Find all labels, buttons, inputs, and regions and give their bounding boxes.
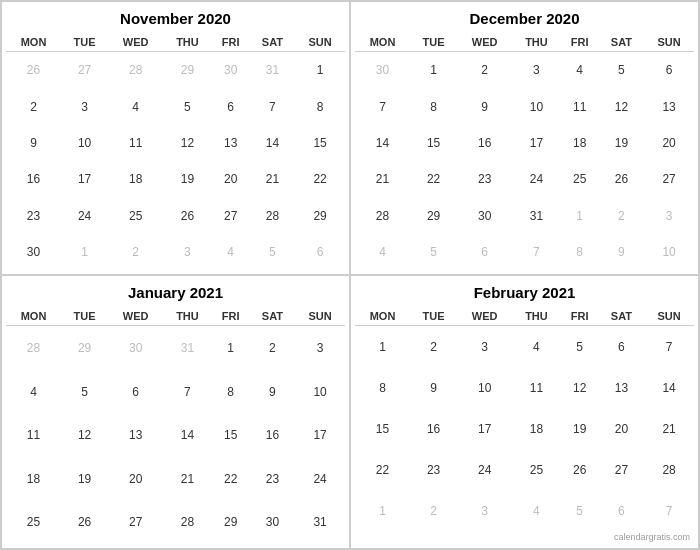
day-header: SAT: [250, 33, 295, 52]
calendar-day: 9: [599, 234, 644, 270]
calendar-day: 3: [644, 197, 694, 233]
calendar-day: 6: [212, 89, 250, 125]
calendar-day: 31: [295, 500, 345, 544]
calendar-day: 6: [599, 326, 644, 368]
calendar-feb2021: February 2021MONTUEWEDTHUFRISATSUN123456…: [350, 275, 699, 549]
calendar-day: 3: [457, 326, 512, 368]
calendar-day: 9: [250, 370, 295, 413]
calendar-dec2020: December 2020MONTUEWEDTHUFRISATSUN301234…: [350, 1, 699, 275]
calendar-day: 6: [295, 234, 345, 270]
calendar-day: 20: [108, 457, 163, 500]
calendar-day: 27: [61, 52, 108, 89]
day-header: THU: [512, 33, 560, 52]
calendar-day: 31: [250, 52, 295, 89]
calendar-day: 9: [457, 89, 512, 125]
calendar-day: 3: [61, 89, 108, 125]
calendar-day: 3: [457, 491, 512, 532]
calendar-day: 1: [561, 197, 599, 233]
calendar-day: 23: [250, 457, 295, 500]
calendar-day: 17: [512, 125, 560, 161]
calendar-day: 8: [561, 234, 599, 270]
calendar-day: 28: [355, 197, 410, 233]
day-header: TUE: [410, 33, 457, 52]
calendar-day: 26: [163, 197, 211, 233]
calendar-day: 2: [410, 491, 457, 532]
day-header: MON: [355, 33, 410, 52]
calendar-day: 21: [163, 457, 211, 500]
calendar-day: 19: [599, 125, 644, 161]
calendar-day: 25: [561, 161, 599, 197]
calendar-day: 26: [6, 52, 61, 89]
calendar-day: 22: [295, 161, 345, 197]
calendar-day: 18: [108, 161, 163, 197]
calendar-day: 20: [599, 409, 644, 450]
calendar-day: 30: [457, 197, 512, 233]
calendar-day: 15: [212, 414, 250, 457]
calendar-day: 16: [250, 414, 295, 457]
calendar-day: 25: [6, 500, 61, 544]
calendar-day: 13: [644, 89, 694, 125]
calendar-day: 29: [61, 326, 108, 371]
calendar-day: 5: [561, 491, 599, 532]
calendar-day: 16: [410, 409, 457, 450]
calendar-title-feb2021: February 2021: [355, 280, 694, 307]
calendar-day: 17: [295, 414, 345, 457]
calendar-day: 16: [457, 125, 512, 161]
calendar-day: 19: [163, 161, 211, 197]
calendar-day: 1: [410, 52, 457, 89]
calendar-day: 23: [457, 161, 512, 197]
calendar-day: 13: [212, 125, 250, 161]
calendar-day: 28: [163, 500, 211, 544]
calendar-day: 29: [212, 500, 250, 544]
calendar-day: 27: [599, 450, 644, 491]
calendar-day: 22: [355, 450, 410, 491]
calendar-day: 26: [61, 500, 108, 544]
calendar-day: 30: [250, 500, 295, 544]
day-header: WED: [457, 307, 512, 326]
calendar-title-dec2020: December 2020: [355, 6, 694, 33]
day-header: SUN: [644, 307, 694, 326]
calendar-day: 1: [355, 326, 410, 368]
calendar-day: 14: [355, 125, 410, 161]
calendar-day: 10: [457, 368, 512, 409]
calendar-day: 23: [410, 450, 457, 491]
calendar-day: 5: [561, 326, 599, 368]
day-header: WED: [457, 33, 512, 52]
calendar-day: 7: [512, 234, 560, 270]
day-header: SAT: [599, 307, 644, 326]
day-header: SUN: [295, 33, 345, 52]
calendar-day: 7: [355, 89, 410, 125]
calendar-day: 13: [108, 414, 163, 457]
calendar-day: 1: [61, 234, 108, 270]
calendar-title-nov2020: November 2020: [6, 6, 345, 33]
calendar-day: 11: [561, 89, 599, 125]
calendar-day: 2: [6, 89, 61, 125]
calendar-day: 8: [410, 89, 457, 125]
calendar-day: 18: [512, 409, 560, 450]
calendar-day: 8: [212, 370, 250, 413]
calendar-day: 4: [512, 326, 560, 368]
calendar-day: 9: [6, 125, 61, 161]
calendar-day: 24: [295, 457, 345, 500]
calendar-day: 9: [410, 368, 457, 409]
day-header: THU: [512, 307, 560, 326]
day-header: WED: [108, 307, 163, 326]
calendar-day: 25: [512, 450, 560, 491]
calendar-day: 22: [212, 457, 250, 500]
day-header: FRI: [212, 33, 250, 52]
day-header: TUE: [61, 33, 108, 52]
calendar-day: 30: [355, 52, 410, 89]
calendar-day: 25: [108, 197, 163, 233]
calendar-day: 10: [295, 370, 345, 413]
calendar-day: 30: [212, 52, 250, 89]
calendar-day: 8: [355, 368, 410, 409]
calendar-jan2021: January 2021MONTUEWEDTHUFRISATSUN2829303…: [1, 275, 350, 549]
calendar-day: 16: [6, 161, 61, 197]
calendar-day: 3: [295, 326, 345, 371]
calendar-day: 22: [410, 161, 457, 197]
calendar-day: 11: [6, 414, 61, 457]
calendar-day: 3: [512, 52, 560, 89]
day-header: SAT: [250, 307, 295, 326]
calendar-day: 1: [355, 491, 410, 532]
calendar-day: 29: [163, 52, 211, 89]
